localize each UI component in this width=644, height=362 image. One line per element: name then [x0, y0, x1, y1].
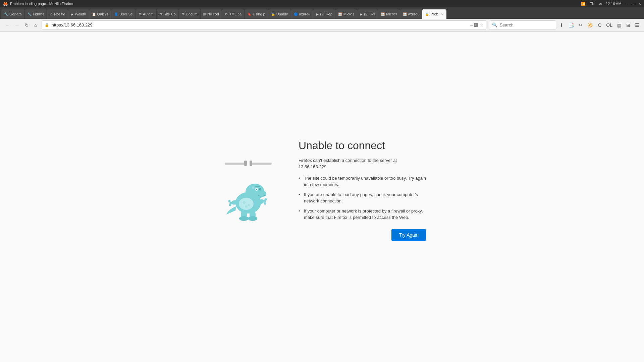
maximize-button[interactable]: □: [632, 2, 634, 6]
mail-icon: ✉: [599, 2, 602, 6]
error-list-item: If your computer or network is protected…: [299, 208, 426, 221]
tab-favicon-unable: 🔒: [271, 12, 275, 16]
tab-walkth[interactable]: ▶Walkth: [68, 9, 89, 19]
tab-favicon-2rep: ▶: [316, 12, 319, 16]
pocket-icon[interactable]: 🅿: [474, 23, 478, 27]
tab-favicon-micros1: 🪟: [338, 12, 342, 16]
title-bar: 🦊 Problem loading page - Mozilla Firefox…: [0, 0, 644, 7]
url-input[interactable]: [51, 22, 468, 27]
tab-docum[interactable]: ⚙Docum: [179, 9, 200, 19]
tab-micros1[interactable]: 🪟Micros: [335, 9, 357, 19]
tab-favicon-micros2: 🪟: [381, 12, 385, 16]
search-bar[interactable]: 🔍: [489, 20, 556, 30]
tab-micros2[interactable]: 🪟Micros: [378, 9, 399, 19]
svg-point-18: [264, 202, 266, 204]
firefox-icon: 🦊: [3, 1, 8, 6]
tab-label-micros1: Micros: [343, 12, 354, 16]
svg-rect-0: [225, 163, 245, 165]
tab-genera[interactable]: 🔧Genera: [1, 9, 24, 19]
sidebar-button[interactable]: ▤: [615, 21, 624, 29]
address-bar[interactable]: 🔒 ··· 🅿 ☆: [42, 20, 486, 30]
error-list-item: The site could be temporarily unavailabl…: [299, 175, 426, 188]
tab-label-users: User Se: [119, 12, 133, 16]
tab-2del[interactable]: ▶(2) Del: [357, 9, 378, 19]
menu-button[interactable]: ☰: [633, 21, 641, 29]
svg-point-22: [248, 216, 257, 221]
tab-favicon-nocod: m: [203, 12, 206, 16]
tab-usingp[interactable]: 🔖Using p: [245, 9, 268, 19]
toolbar: ← → ↻ ⌂ 🔒 ··· 🅿 ☆ 🔍 ⬇ 📑 ✂ 🔆 O OL ▤ ⊞ ☰: [0, 19, 644, 32]
tab-favicon-azure1: 🔵: [294, 12, 298, 16]
tab-label-notfre: Not fre: [54, 12, 65, 16]
close-button[interactable]: ✕: [638, 2, 641, 6]
tab-favicon-siteco: ⚙: [159, 12, 162, 16]
opera-button[interactable]: O: [596, 21, 603, 29]
tab-nocod[interactable]: mNo cod: [201, 9, 222, 19]
container-button[interactable]: 🔆: [585, 21, 595, 29]
svg-point-17: [265, 198, 267, 200]
bookmark-icon[interactable]: ☆: [480, 23, 483, 27]
tab-notfre[interactable]: ⚠Not fre: [47, 9, 68, 19]
tab-label-unable: Unable: [276, 12, 288, 16]
tab-label-genera: Genera: [9, 12, 22, 16]
svg-point-12: [239, 198, 254, 210]
home-button[interactable]: ⌂: [32, 21, 39, 29]
tab-users[interactable]: 👤User Se: [111, 9, 136, 19]
tab-favicon-notfre: ⚠: [50, 12, 53, 16]
svg-point-21: [239, 216, 249, 221]
tab-label-usingp: Using p: [253, 12, 265, 16]
tab-label-2rep: (2) Rep: [320, 12, 332, 16]
svg-rect-1: [252, 163, 272, 165]
back-button[interactable]: ←: [3, 21, 11, 29]
error-container: Unable to connect Firefox can't establis…: [218, 139, 426, 241]
clock: 12:16 AM: [606, 2, 621, 6]
page-content: Unable to connect Firefox can't establis…: [0, 32, 644, 362]
svg-point-24: [248, 204, 250, 206]
tab-unable[interactable]: 🔒Unable: [268, 9, 291, 19]
customize-button[interactable]: ⊞: [624, 21, 632, 29]
svg-rect-3: [250, 161, 252, 166]
error-title: Unable to connect: [299, 139, 426, 152]
reload-button[interactable]: ↻: [23, 21, 31, 29]
tab-xmlba[interactable]: ⚙XML ba: [222, 9, 245, 19]
tab-quicks[interactable]: 📋Quicks: [89, 9, 111, 19]
forward-button[interactable]: →: [13, 21, 21, 29]
tab-azurel[interactable]: 🪟azureL: [400, 9, 422, 19]
tab-favicon-fiddler: 🔧: [28, 12, 32, 16]
tab-autom[interactable]: ⚙Autom: [136, 9, 156, 19]
tab-2rep[interactable]: ▶(2) Rep: [313, 9, 335, 19]
tab-label-2del: (2) Del: [364, 12, 375, 16]
tab-label-autom: Autom: [143, 12, 154, 16]
error-list-item: If you are unable to load any pages, che…: [299, 191, 426, 204]
minimize-button[interactable]: ─: [626, 2, 628, 6]
tab-prob[interactable]: 🔒Prob✕: [422, 9, 446, 19]
more-options-icon[interactable]: ···: [470, 23, 473, 27]
synced-tabs-button[interactable]: 📑: [566, 21, 576, 29]
tab-label-micros2: Micros: [386, 12, 397, 16]
download-button[interactable]: ⬇: [557, 21, 566, 29]
error-subtitle: Firefox can't establish a connection to …: [299, 157, 426, 170]
window-title: Problem loading page - Mozilla Firefox: [10, 2, 73, 6]
tab-favicon-2del: ▶: [360, 12, 363, 16]
tab-favicon-prob: 🔒: [425, 12, 429, 16]
tab-favicon-walkth: ▶: [71, 12, 73, 16]
try-again-button[interactable]: Try Again: [391, 229, 426, 241]
tab-label-azure1: azure-j: [299, 12, 311, 16]
tab-azure1[interactable]: 🔵azure-j: [291, 9, 313, 19]
screenshot-button[interactable]: ✂: [577, 21, 585, 29]
tab-favicon-azurel: 🪟: [403, 12, 407, 16]
svg-point-15: [229, 204, 231, 206]
tab-favicon-docum: ⚙: [181, 12, 184, 16]
svg-point-14: [228, 200, 231, 202]
ol-button[interactable]: OL: [604, 21, 614, 29]
tab-favicon-genera: 🔧: [4, 12, 8, 16]
wifi-icon: 📶: [581, 2, 586, 6]
tab-bar: 🔧Genera🔧Fiddler⚠Not fre▶Walkth📋Quicks👤Us…: [0, 7, 644, 19]
tab-siteco[interactable]: ⚙Site Co: [157, 9, 178, 19]
tab-fiddler[interactable]: 🔧Fiddler: [25, 9, 47, 19]
tab-close-prob[interactable]: ✕: [441, 12, 444, 16]
tab-label-docum: Docum: [186, 12, 198, 16]
search-input[interactable]: [499, 22, 553, 27]
error-text-section: Unable to connect Firefox can't establis…: [299, 139, 426, 241]
dino-illustration: [218, 159, 278, 221]
